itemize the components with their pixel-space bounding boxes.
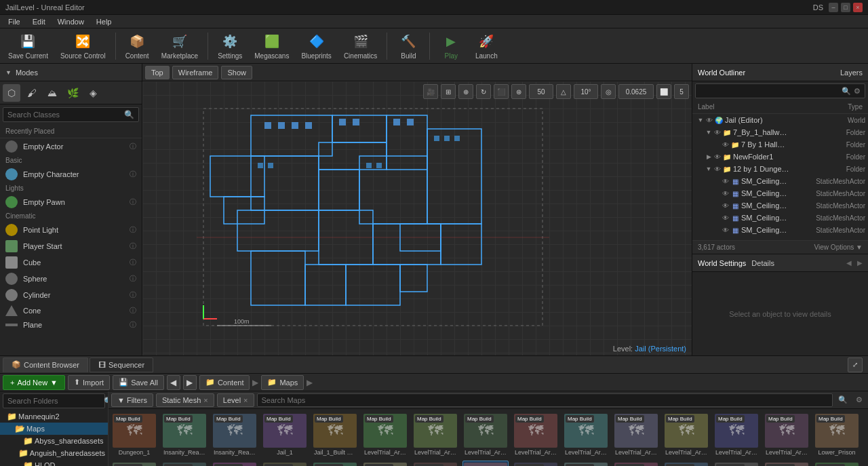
folder-abyss[interactable]: 📁 Abyss_sharedassets — [0, 435, 108, 447]
visibility-icon-ceiling23[interactable]: 👁 — [722, 178, 729, 185]
details-close-icon[interactable]: ▶ — [857, 259, 863, 267]
menu-help[interactable]: Help — [91, 16, 117, 27]
add-new-button[interactable]: + Add New ▼ — [3, 375, 65, 390]
asset-item-12[interactable]: Map Build🗺LevelTrial_Arena5 — [713, 412, 760, 458]
rotate-button[interactable]: ↻ — [476, 84, 491, 99]
expand-bottom-button[interactable]: ⤢ — [848, 357, 863, 372]
num-button[interactable]: 5 — [674, 84, 689, 99]
asset-item-17[interactable]: Map Build🗺Passage_BuiltData — [212, 461, 258, 466]
transform-button[interactable]: ⊛ — [511, 84, 526, 99]
filter-x[interactable]: × — [203, 396, 208, 404]
window-controls[interactable]: – □ × — [829, 3, 863, 12]
actor-item-cylinder[interactable]: Cylinder ⓘ — [0, 287, 142, 303]
actor-item-plane[interactable]: Plane ⓘ — [0, 318, 142, 332]
expand-walls-arrow[interactable]: ▼ — [705, 165, 713, 173]
asset-item-10[interactable]: Map Build🗺LevelTrial_Arena4 — [613, 412, 659, 458]
surface-button[interactable]: ⬜ — [656, 84, 671, 99]
mesh-paint-button[interactable]: ◈ — [84, 84, 102, 102]
view-options-button[interactable]: View Options ▼ — [814, 244, 863, 251]
asset-item-25[interactable]: Map Build🗺Town_Built_Data — [613, 461, 659, 466]
asset-item-6[interactable]: Map Build🗺LevelTrial_Arena2 — [412, 412, 458, 458]
megascans-button[interactable]: 🟩 Megascans — [249, 29, 294, 62]
actor-item-empty-pawn[interactable]: Empty Pawn ⓘ — [0, 194, 142, 210]
foliage-mode-button[interactable]: 🌿 — [64, 84, 81, 102]
asset-item-26[interactable]: Map Build🗺Underground_Crypt_BuiltData — [663, 461, 709, 466]
asset-item-24[interactable]: Map Build🗺Town — [563, 461, 609, 466]
offset-value[interactable]: 0.0625 — [618, 84, 654, 99]
expand-hallways-arrow[interactable]: ▼ — [705, 128, 713, 136]
grid2-button[interactable]: ⬛ — [494, 84, 509, 99]
tree-item-ceiling-flat24[interactable]: 👁 ▦ SM_Ceiling_Flat24 StaticMeshActor — [692, 187, 868, 199]
asset-item-18[interactable]: Map Build🗺Soldiers_Quarters — [262, 461, 308, 466]
asset-item-2[interactable]: Map Build🗺Insanity_Realm_Built Data — [212, 412, 258, 458]
actor-item-player-start[interactable]: Player Start ⓘ — [0, 238, 142, 254]
asset-search-container[interactable] — [257, 393, 833, 407]
nav-back-button[interactable]: ◀ — [167, 375, 180, 390]
maximize-button[interactable]: □ — [841, 3, 850, 12]
wireframe-button[interactable]: Wireframe — [172, 66, 219, 79]
content-browser-tab[interactable]: 📦 Content Browser — [3, 357, 88, 372]
paint-mode-button[interactable]: 🖌 — [23, 84, 41, 102]
perspective-button[interactable]: Top — [145, 66, 170, 79]
angle-button[interactable]: △ — [556, 84, 571, 99]
folder-anguish[interactable]: 📁 Anguish_sharedassets — [0, 447, 108, 459]
visibility-icon-ceiling25[interactable]: 👁 — [722, 202, 729, 210]
nav-fwd-button[interactable]: ▶ — [183, 375, 197, 390]
outliner-search-input[interactable] — [700, 87, 839, 95]
launch-button[interactable]: 🚀 Launch — [469, 29, 503, 62]
asset-item-22[interactable]: 🗺TheFallen — [462, 461, 509, 466]
visibility-icon-ceiling30[interactable]: 👁 — [722, 214, 729, 222]
breadcrumb-maps[interactable]: 📁 Maps — [261, 375, 304, 390]
tree-item-ceiling-flat25[interactable]: 👁 ▦ SM_Ceiling_Flat25 StaticMeshActor — [692, 199, 868, 212]
actor-item-cone[interactable]: Cone ⓘ — [0, 303, 142, 318]
asset-item-9[interactable]: Map Build🗺LevelTrial_Arena3_Built Data — [563, 412, 609, 458]
show-button[interactable]: Show — [221, 66, 252, 79]
asset-item-11[interactable]: Map Build🗺LevelTrial_Arena4_Built Data — [663, 412, 709, 458]
asset-item-23[interactable]: Map Build🗺TheFallen_BuiltData — [513, 461, 559, 466]
snap2-button[interactable]: ◎ — [601, 84, 616, 99]
menu-file[interactable]: File — [3, 16, 26, 27]
tree-item-jail-editor[interactable]: ▼ 👁 🌍 Jail (Editor) World — [692, 114, 868, 126]
actor-item-sphere[interactable]: Sphere ⓘ — [0, 271, 142, 287]
folder-mannequin2[interactable]: 📁 Mannequin2 — [0, 410, 108, 423]
actor-item-empty-character[interactable]: Empty Character ⓘ — [0, 166, 142, 182]
expand-jail-arrow[interactable]: ▼ — [696, 116, 705, 124]
build-button[interactable]: 🔨 Build — [391, 29, 425, 62]
close-button[interactable]: × — [853, 3, 863, 12]
tree-item-ceiling-flat23[interactable]: 👁 ▦ SM_Ceiling_Flat23 StaticMeshActor — [692, 175, 868, 187]
landscape-mode-button[interactable]: ⛰ — [43, 84, 61, 102]
asset-item-1[interactable]: Map Build🗺Insanity_Realm — [161, 412, 208, 458]
outliner-search-container[interactable]: 🔍 ⚙ — [695, 83, 865, 98]
blueprints-button[interactable]: 🔷 Blueprints — [296, 29, 336, 62]
actor-item-cube[interactable]: Cube ⓘ — [0, 254, 142, 271]
level-filter[interactable]: Level × — [217, 393, 254, 407]
save-all-button[interactable]: 💾 Save All — [113, 375, 164, 390]
world-settings-tab[interactable]: World Settings — [698, 259, 746, 267]
options-icon[interactable]: ⚙ — [854, 87, 861, 96]
asset-item-3[interactable]: Map Build🗺Jail_1 — [262, 412, 308, 458]
cinematics-button[interactable]: 🎬 Cinematics — [338, 29, 382, 62]
asset-item-4[interactable]: Map Build🗺Jail_1_Built Data — [312, 412, 358, 458]
folder-hlod[interactable]: 📁 HLOD — [0, 459, 108, 466]
expand-newfolder-arrow[interactable]: ▶ — [705, 153, 713, 161]
level-name[interactable]: Jail (Persistent) — [635, 345, 686, 353]
snap-button[interactable]: ⊕ — [458, 84, 473, 99]
grid-button[interactable]: ⊞ — [441, 84, 456, 99]
actor-item-point-light[interactable]: Point Light ⓘ — [0, 222, 142, 238]
search-classes-input[interactable] — [7, 111, 124, 119]
settings-button[interactable]: ⚙️ Settings — [212, 29, 248, 62]
folder-search-container[interactable]: 🔍 — [3, 393, 105, 408]
tree-item-dungeon-walls[interactable]: ▼ 👁 📁 12 by 1 Dungeon Walls Folder — [692, 163, 868, 175]
tree-item-hallway[interactable]: 👁 📁 7 By 1 Hallway Folder — [692, 138, 868, 151]
world-outliner-tab[interactable]: World Outliner — [698, 69, 745, 77]
asset-item-14[interactable]: Map Build🗺Lower_Prison — [814, 412, 860, 458]
content-button[interactable]: 📦 Content — [120, 29, 155, 62]
asset-item-20[interactable]: Map Build🗺Testing_level — [362, 461, 408, 466]
import-button[interactable]: ⬆ Import — [68, 375, 110, 390]
asset-search-input[interactable] — [262, 396, 828, 404]
asset-item-28[interactable]: Map Build🗺Underground_Temple_BuiltData — [764, 461, 810, 466]
play-button[interactable]: ▶ Play — [434, 29, 468, 62]
asset-item-15[interactable]: Map Build🗺Lower_Prison_BuiltData — [111, 461, 157, 466]
visibility-icon-walls[interactable]: 👁 — [714, 166, 721, 173]
viewport[interactable]: Top Wireframe Show 🎥 ⊞ ⊕ ↻ ⬛ ⊛ 50 △ 10° … — [142, 64, 692, 355]
